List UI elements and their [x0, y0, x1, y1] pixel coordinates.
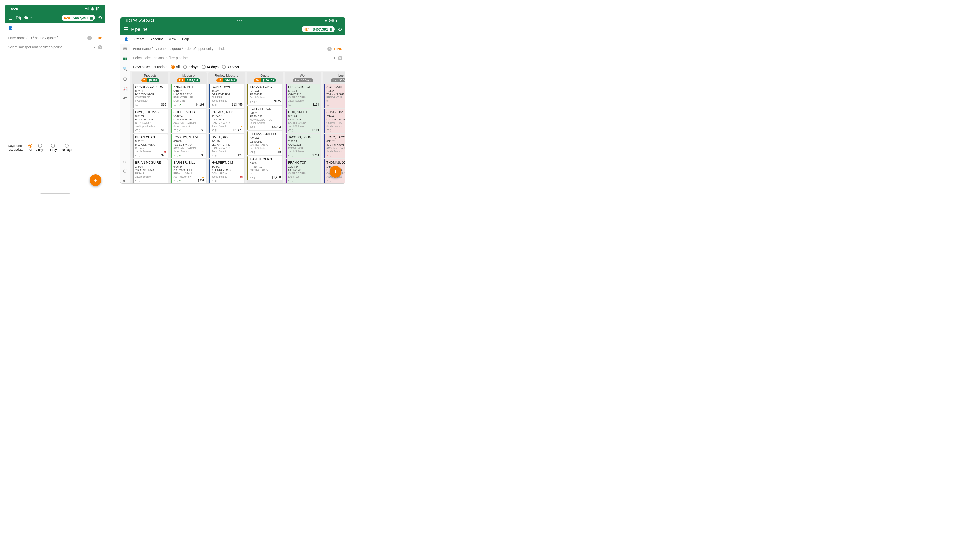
menu-icon[interactable]: ☰: [124, 27, 128, 32]
card-date: 5/8/24: [250, 162, 281, 165]
tablet-board[interactable]: Products7$5,251SUAREZ, CARLOS8/2/24H28-X…: [130, 71, 345, 184]
menu-account[interactable]: Account: [150, 37, 163, 41]
find-button[interactable]: FIND: [94, 36, 102, 40]
card-type: CASH & CARRY: [212, 121, 243, 125]
days-opt-7[interactable]: 7 days: [183, 65, 198, 69]
pipeline-pill[interactable]: 424 $457,391 ▦: [62, 15, 95, 21]
opportunity-card[interactable]: FAYE, THOMAS8/30/24BXV-O5F-T64DDECORATOR…: [133, 109, 167, 133]
card-price: $1,908: [272, 176, 281, 179]
doc-icon: ▯: [291, 154, 293, 157]
card-price: $1,471: [234, 128, 243, 132]
card-name: EDGAR, LONG: [250, 85, 281, 89]
rail-chart-icon[interactable]: 📈: [123, 86, 128, 91]
menu-create[interactable]: Create: [134, 37, 145, 41]
days-opt-7[interactable]: 7 days: [36, 144, 45, 152]
days-opt-30[interactable]: 30 days: [62, 144, 72, 152]
card-salesperson: Extra Test: [288, 175, 319, 178]
search-input[interactable]: [8, 35, 85, 41]
card-type: EMPLOYEE USE: [173, 96, 204, 99]
opportunity-card[interactable]: BOND, DAVE1/3/24OTE-WMJ-EJGLBUILDERJacob…: [209, 84, 244, 108]
opportunity-card[interactable]: DON, SMITH8/28/24CG402223CASH & CARRYJac…: [286, 109, 320, 133]
rail-search-icon[interactable]: 🔍: [123, 67, 128, 71]
battery-icon: ▮▯: [95, 6, 99, 11]
menu-icon[interactable]: ☰: [8, 15, 13, 21]
menu-view[interactable]: View: [169, 37, 176, 41]
card-date: 6/28/24: [250, 137, 281, 140]
opportunity-card[interactable]: SUAREZ, CARLOS8/2/24H28-XXX-99CRCOMMERCI…: [133, 84, 167, 108]
days-opt-30[interactable]: 30 days: [222, 65, 239, 69]
days-opt-14[interactable]: 14 days: [48, 144, 58, 152]
opportunity-card[interactable]: GRIMES, RICK11/24/23ES303771CASH & CARRY…: [209, 109, 244, 133]
rail-help-icon[interactable]: ◐: [123, 178, 127, 183]
tag-icon: 🏷: [173, 179, 176, 182]
opportunity-card[interactable]: ROGERS, STEVE6/28/247Z9-LGB-VTAXACCOMMOD…: [171, 134, 206, 159]
opportunity-card[interactable]: FRANK TOP10/23/24CG402233CASH & CARRYExt…: [286, 159, 320, 183]
card-id: YBD-IKB-9D6U: [135, 168, 166, 171]
clear-filter-icon[interactable]: ✕: [98, 45, 102, 49]
clear-filter-icon[interactable]: ✕: [338, 56, 342, 60]
main-area: ✕ FIND Select salespersons to filter pip…: [130, 44, 345, 184]
opportunity-card[interactable]: HAN, THOMAS5/8/24ES401557CASH & CARRYth🏷…: [247, 156, 282, 181]
clear-search-icon[interactable]: ✕: [88, 36, 92, 40]
opportunity-card[interactable]: JACOBS, JOHN7/25/24CG402225COMMERCIALJac…: [286, 134, 320, 159]
person-icon[interactable]: 👤: [124, 37, 128, 41]
opportunity-card[interactable]: THOMAS, JACOB6/28/24ES401567CASH & CARRY…: [247, 131, 282, 155]
person-icon[interactable]: 👤: [8, 26, 13, 30]
card-id: 32L-IP5-KWV1: [326, 143, 345, 146]
tablet-device: 8:03 PM Wed Oct 23 ◉ 26% ▮▯ ☰ Pipeline 4…: [120, 17, 345, 184]
rail-dashboard-icon[interactable]: ▤: [123, 46, 127, 51]
warning-icon: ▲: [202, 149, 204, 153]
days-opt-all[interactable]: All: [29, 144, 32, 152]
salesperson-select[interactable]: Select salespersons to filter pipeline ▾: [133, 55, 336, 61]
doc-icon: ▯: [253, 100, 255, 103]
card-icons: 🏷▯: [326, 179, 331, 182]
tag-icon: 🏷: [173, 128, 176, 132]
check-icon: ✔: [256, 100, 258, 103]
pipeline-pill[interactable]: 424 $457,391 ▦: [302, 26, 335, 32]
tag-icon: 🏷: [326, 179, 329, 182]
days-opt-14[interactable]: 14 days: [202, 65, 218, 69]
find-button[interactable]: FIND: [334, 47, 342, 51]
app-switcher-indicator[interactable]: [237, 20, 242, 21]
opportunity-card[interactable]: ERIC, CHURCH6/16/24CG402218CASH & CARRYJ…: [286, 84, 320, 108]
clear-search-icon[interactable]: ✕: [327, 47, 332, 51]
opportunity-card[interactable]: SOLO, JACOB8/13/2432L-IP5-KWV1ACCOMMODAT…: [324, 134, 345, 159]
opportunity-card[interactable]: BARGER, BILL6/26/242JG-W20-LEL1RETAIL-IN…: [171, 159, 206, 184]
menu-help[interactable]: Help: [182, 37, 189, 41]
tag-icon: 🏷: [288, 128, 291, 132]
sync-icon[interactable]: ⟲: [337, 27, 342, 32]
card-id: BXV-O5F-T64D: [135, 118, 166, 121]
rail-calendar-icon[interactable]: ▢: [123, 76, 127, 81]
opportunity-card[interactable]: SONG, DAYO7/1/24K3R-MKF-RY2HCOMMERCIALJa…: [324, 109, 345, 133]
card-icons: 🏷▯: [135, 128, 140, 132]
tag-icon: 🏷: [250, 100, 253, 103]
card-salesperson: Jacob Solanto: [288, 125, 319, 128]
phone-status-bar: 8:20 ••ıl ◉ ▮▯: [5, 5, 105, 12]
opportunity-card[interactable]: KNIGHT, PHIL6/18/24U9V-667-AZ2YEMPLOYEE …: [171, 84, 206, 108]
opportunity-card[interactable]: SOLO, JACOB5/20/24PXA-836-PF9BACCOMMODAT…: [171, 109, 206, 133]
days-opt-all[interactable]: All: [171, 65, 180, 69]
tag-icon: 🏷: [135, 128, 138, 132]
doc-icon: ▯: [253, 150, 255, 154]
fab-add-button[interactable]: +: [90, 175, 102, 186]
rail-pipeline-icon[interactable]: ▮▮: [123, 56, 127, 61]
card-id: 7Z9-LGB-VTAX: [173, 143, 204, 146]
fab-add-button[interactable]: +: [329, 166, 341, 178]
opportunity-card[interactable]: SOL, CARL12/8/237BZ-4WS-GG55RESIDENTIALt…: [324, 84, 345, 108]
search-input[interactable]: [133, 46, 325, 52]
card-name: SUAREZ, CARLOS: [135, 85, 166, 89]
opportunity-card[interactable]: SMILE, POE7/31/240IQ-A4Y-GFFKCASH & CARR…: [209, 134, 244, 159]
card-icons: 🏷▯✔: [173, 154, 181, 157]
cards-list: ERIC, CHURCH6/16/24CG402218CASH & CARRYJ…: [285, 84, 321, 184]
opportunity-card[interactable]: EDGAR, LONG5/16/23ES303548Jacob Solanto🏷…: [247, 84, 282, 105]
column-amount: $14,949: [223, 78, 237, 82]
opportunity-card[interactable]: TOLE, HERON8/9/24ES401532NEW RESIDENTIAL…: [247, 106, 282, 130]
sync-icon[interactable]: ⟲: [98, 15, 102, 21]
salesperson-select[interactable]: Select salespersons to filter pipeline ▾: [8, 44, 95, 50]
opportunity-card[interactable]: BRIAN MCGUIRE2/8/24YBD-IKB-9D6UREPAIRJac…: [133, 159, 167, 183]
rail-info-icon[interactable]: ⓘ: [123, 169, 127, 174]
rail-tag-icon[interactable]: 🏷: [123, 97, 127, 101]
opportunity-card[interactable]: HALPERT, JIM5/25/23771-UB1-ZDXCCOMMERCIA…: [209, 159, 244, 183]
opportunity-card[interactable]: BRIAN CHAN5/23/24M1J-CDN-40SAREPAIRJacob…: [133, 134, 167, 159]
rail-settings-icon[interactable]: ⚙: [123, 160, 127, 164]
